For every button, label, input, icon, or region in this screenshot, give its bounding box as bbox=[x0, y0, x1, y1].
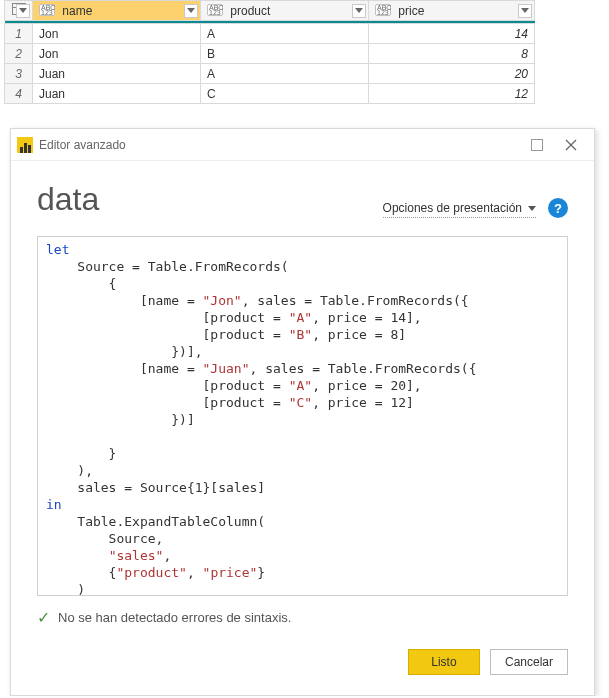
presentation-options-label: Opciones de presentación bbox=[383, 201, 522, 215]
done-button[interactable]: Listo bbox=[408, 649, 480, 675]
column-header-product[interactable]: ABC 123 product bbox=[201, 1, 369, 21]
query-name: data bbox=[37, 181, 383, 218]
cell-product[interactable]: A bbox=[201, 64, 369, 84]
check-icon: ✓ bbox=[37, 608, 50, 627]
help-icon: ? bbox=[554, 201, 562, 216]
cell-name[interactable]: Jon bbox=[33, 44, 201, 64]
cell-name[interactable]: Juan bbox=[33, 64, 201, 84]
syntax-status: ✓ No se han detectado errores de sintaxi… bbox=[37, 608, 568, 627]
cell-product[interactable]: A bbox=[201, 24, 369, 44]
column-header-name[interactable]: ABC 123 name bbox=[33, 1, 201, 21]
help-button[interactable]: ? bbox=[548, 198, 568, 218]
cell-price[interactable]: 20 bbox=[369, 64, 535, 84]
column-label: name bbox=[62, 4, 92, 18]
cell-name[interactable]: Jon bbox=[33, 24, 201, 44]
grid-body: 1 Jon A 14 2 Jon B 8 3 Juan A 20 4 Juan … bbox=[5, 24, 535, 104]
close-button[interactable] bbox=[554, 131, 588, 159]
cell-product[interactable]: C bbox=[201, 84, 369, 104]
preview-grid: ABC 123 name ABC 123 product A bbox=[4, 0, 534, 104]
row-number: 4 bbox=[5, 84, 33, 104]
table-row[interactable]: 2 Jon B 8 bbox=[5, 44, 535, 64]
cell-product[interactable]: B bbox=[201, 44, 369, 64]
cell-price[interactable]: 12 bbox=[369, 84, 535, 104]
code-content: let Source = Table.FromRecords( { [name … bbox=[38, 241, 567, 596]
close-icon bbox=[565, 139, 577, 151]
datatype-any-icon: ABC 123 bbox=[207, 4, 223, 16]
chevron-down-icon[interactable] bbox=[518, 4, 532, 18]
column-label: price bbox=[398, 4, 424, 18]
row-number: 3 bbox=[5, 64, 33, 84]
column-label: product bbox=[230, 4, 270, 18]
advanced-editor-dialog: Editor avanzado data Opciones de present… bbox=[10, 128, 595, 696]
presentation-options-dropdown[interactable]: Opciones de presentación bbox=[383, 201, 536, 218]
cell-price[interactable]: 14 bbox=[369, 24, 535, 44]
maximize-button[interactable] bbox=[520, 131, 554, 159]
dialog-title: Editor avanzado bbox=[39, 138, 520, 152]
chevron-down-icon[interactable] bbox=[16, 4, 30, 18]
grid-header-row: ABC 123 name ABC 123 product A bbox=[5, 1, 535, 21]
cancel-button[interactable]: Cancelar bbox=[490, 649, 568, 675]
table-row[interactable]: 3 Juan A 20 bbox=[5, 64, 535, 84]
powerbi-icon bbox=[17, 137, 33, 153]
status-text: No se han detectado errores de sintaxis. bbox=[58, 610, 291, 625]
table-row[interactable]: 1 Jon A 14 bbox=[5, 24, 535, 44]
row-number: 2 bbox=[5, 44, 33, 64]
datatype-any-icon: ABC 123 bbox=[375, 4, 391, 16]
row-number: 1 bbox=[5, 24, 33, 44]
column-header-price[interactable]: ABC 123 price bbox=[369, 1, 535, 21]
chevron-down-icon[interactable] bbox=[184, 4, 198, 18]
cell-name[interactable]: Juan bbox=[33, 84, 201, 104]
chevron-down-icon[interactable] bbox=[352, 4, 366, 18]
code-editor[interactable]: let Source = Table.FromRecords( { [name … bbox=[37, 236, 568, 596]
cell-price[interactable]: 8 bbox=[369, 44, 535, 64]
datatype-any-icon: ABC 123 bbox=[39, 4, 55, 16]
dialog-titlebar[interactable]: Editor avanzado bbox=[11, 129, 594, 161]
chevron-down-icon bbox=[528, 206, 536, 211]
grid-corner-cell[interactable] bbox=[5, 1, 33, 21]
table-row[interactable]: 4 Juan C 12 bbox=[5, 84, 535, 104]
